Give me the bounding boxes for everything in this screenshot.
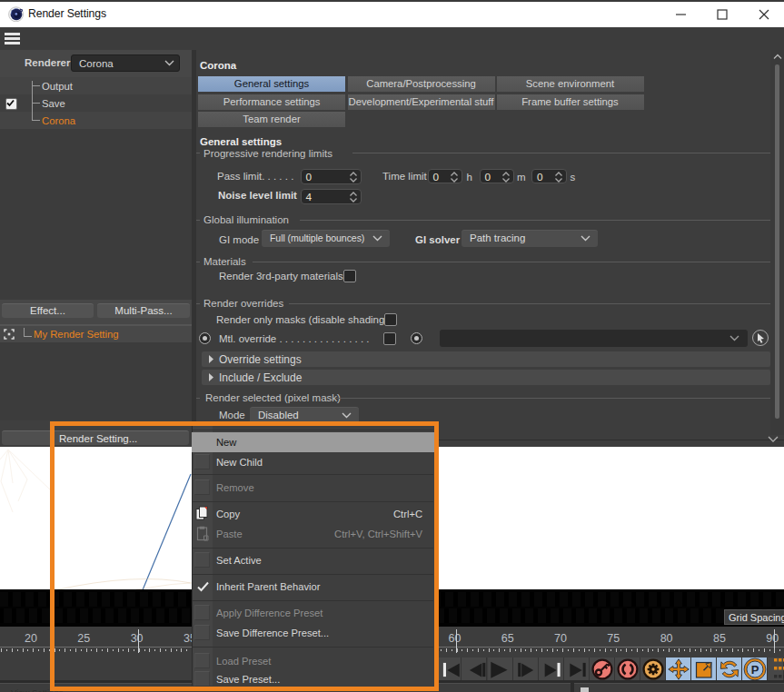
svg-text:P: P [751,662,759,676]
